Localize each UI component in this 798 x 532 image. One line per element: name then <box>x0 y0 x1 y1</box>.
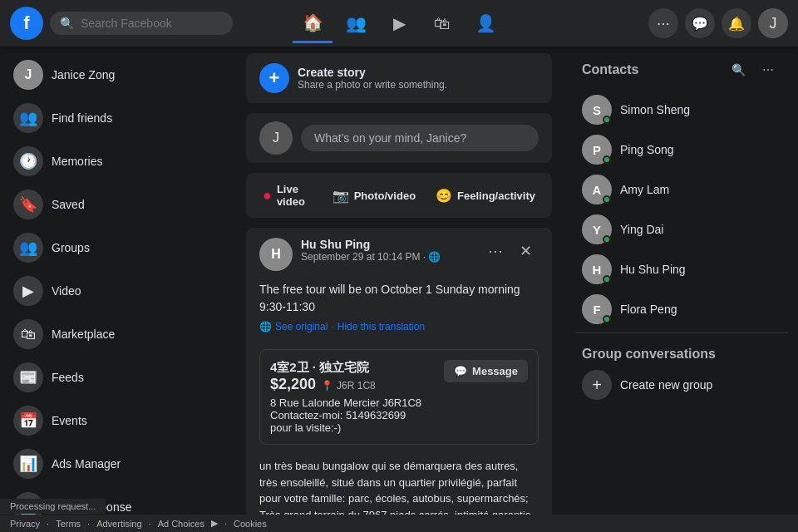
whats-on-mind-bar: J What's on your mind, Janice? <box>246 113 552 163</box>
sidebar-item-memories[interactable]: 🕐 Memories <box>7 140 226 183</box>
online-indicator <box>603 116 611 124</box>
see-original-text[interactable]: See original <box>275 319 328 334</box>
create-story-text: Create story Share a photo or write some… <box>298 66 447 91</box>
photo-video-button[interactable]: 📷 Photo/video <box>323 183 426 209</box>
contact-avatar-hu: H <box>582 254 612 284</box>
create-group-button[interactable]: + Create new group <box>575 365 788 405</box>
contact-ying-dai[interactable]: Y Ying Dai <box>575 209 788 249</box>
see-original-link[interactable]: 🌐 See original · Hide this translation <box>259 319 539 334</box>
contact-amy-lam[interactable]: A Amy Lam <box>575 170 788 209</box>
group-conversations-header: Group conversations <box>575 337 788 365</box>
search-input[interactable] <box>81 17 223 30</box>
sidebar-item-events[interactable]: 📅 Events <box>7 399 226 442</box>
ads-icon: 📊 <box>13 449 43 479</box>
message-label: Message <box>472 365 518 377</box>
sidebar-item-find-friends[interactable]: 👥 Find friends <box>7 96 226 140</box>
nav-profile-button[interactable]: 👤 <box>466 3 505 43</box>
contacts-icons: 🔍 ⋯ <box>725 57 781 83</box>
sidebar-item-groups[interactable]: 👥 Groups <box>7 226 226 269</box>
marketplace-details: 4室2卫 · 独立宅院 $2,200 📍 J6R 1C8 8 Rue Lalon… <box>270 360 421 434</box>
search-box[interactable]: 🔍 <box>50 12 233 35</box>
post-header: H Hu Shu Ping September 29 at 10:14 PM ·… <box>246 228 552 278</box>
processing-status: Processing request... <box>0 499 106 514</box>
message-icon: 💬 <box>454 365 467 377</box>
groups-icon: 👥 <box>13 233 43 263</box>
whats-on-mind-input[interactable]: What's on your mind, Janice? <box>301 125 539 151</box>
contacts-title: Contacts <box>582 62 638 77</box>
memories-icon: 🕐 <box>13 146 43 176</box>
online-indicator <box>603 235 611 244</box>
create-group-icon: + <box>582 370 612 400</box>
profile-nav-icon: 👤 <box>475 13 496 33</box>
grid-icon: ⋯ <box>657 16 670 32</box>
post-action-row: ● Live video 📷 Photo/video 😊 Feeling/act… <box>246 173 552 218</box>
sidebar-item-label: Video <box>52 284 81 298</box>
ad-choices-link[interactable]: Ad Choices <box>158 519 204 529</box>
sidebar-item-marketplace[interactable]: 🛍 Marketplace <box>7 313 226 356</box>
search-icon: 🔍 <box>60 17 74 30</box>
contact-hu-shu-ping[interactable]: H Hu Shu Ping <box>575 249 788 289</box>
terms-link[interactable]: Terms <box>56 519 81 529</box>
nav-friends-button[interactable]: 👥 <box>336 3 376 43</box>
saved-icon: 🔖 <box>13 190 43 219</box>
nav-home-button[interactable]: 🏠 <box>293 3 332 43</box>
sidebar-item-video[interactable]: ▶ Video <box>7 269 226 313</box>
messenger-button[interactable]: 💬 <box>685 8 715 38</box>
marketplace-side-icon: 🛍 <box>13 319 43 349</box>
user-avatar-initial: J <box>770 15 777 32</box>
post-close-button[interactable]: ✕ <box>512 238 539 264</box>
home-icon: 🏠 <box>303 12 323 32</box>
story-plus-icon: + <box>259 63 289 93</box>
advertising-link[interactable]: Advertising <box>96 519 141 529</box>
marketplace-contact2: pour la visite:-) <box>270 421 421 434</box>
sidebar-item-feeds[interactable]: 📰 Feeds <box>7 356 226 399</box>
post-author-info: Hu Shu Ping September 29 at 10:14 PM · 🌐 <box>301 238 441 263</box>
contact-flora-peng[interactable]: F Flora Peng <box>575 289 788 329</box>
watch-icon: ▶ <box>393 13 406 33</box>
create-story-bar[interactable]: + Create story Share a photo or write so… <box>246 53 552 103</box>
user-avatar[interactable]: J <box>758 8 788 38</box>
notifications-button[interactable]: 🔔 <box>722 8 751 38</box>
contact-simon-sheng[interactable]: S Simon Sheng <box>575 90 788 130</box>
sidebar-item-label: Memories <box>52 155 102 168</box>
ad-choices-icon-link[interactable]: ▶ <box>211 518 218 529</box>
author-initial: H <box>271 247 281 262</box>
contacts-search-button[interactable]: 🔍 <box>725 57 751 83</box>
contacts-more-button[interactable]: ⋯ <box>755 57 781 83</box>
contact-name-amy: Amy Lam <box>620 183 669 196</box>
post-author-name[interactable]: Hu Shu Ping <box>301 238 441 251</box>
sidebar-item-label: Groups <box>52 241 90 254</box>
message-button[interactable]: 💬 Message <box>444 360 528 382</box>
contact-avatar-amy: A <box>582 175 612 204</box>
live-video-icon: ● <box>263 187 272 204</box>
cookies-link[interactable]: Cookies <box>234 519 267 529</box>
privacy-link[interactable]: Privacy <box>10 519 40 529</box>
live-video-button[interactable]: ● Live video <box>253 178 323 213</box>
video-icon: ▶ <box>13 276 43 306</box>
post-options-button[interactable]: ⋯ <box>482 238 509 264</box>
feeling-activity-button[interactable]: 😊 Feeling/activity <box>426 183 545 209</box>
grid-button[interactable]: ⋯ <box>648 8 678 38</box>
feeling-label: Feeling/activity <box>457 190 535 202</box>
nav-marketplace-button[interactable]: 🛍 <box>422 3 462 43</box>
post-header-right: ⋯ ✕ <box>482 238 539 264</box>
nav-watch-button[interactable]: ▶ <box>379 3 419 43</box>
contact-ping-song[interactable]: P Ping Song <box>575 130 788 170</box>
sidebar-user-item[interactable]: J Janice Zong <box>7 53 226 96</box>
facebook-logo[interactable]: f <box>10 7 43 40</box>
contact-name-ying: Ying Dai <box>620 223 663 236</box>
processing-text: Processing request... <box>10 501 96 511</box>
news-feed: + Create story Share a photo or write so… <box>233 47 565 532</box>
sidebar-item-label: Events <box>52 414 87 427</box>
hide-translation-link[interactable]: Hide this translation <box>337 319 425 334</box>
sidebar-item-saved[interactable]: 🔖 Saved <box>7 183 226 226</box>
marketplace-location: 📍 J6R 1C8 <box>321 380 376 392</box>
online-indicator <box>603 195 611 204</box>
bell-icon: 🔔 <box>728 16 745 32</box>
sidebar-item-ads-manager[interactable]: 📊 Ads Manager <box>7 442 226 485</box>
friends-icon: 👥 <box>346 13 367 33</box>
online-indicator <box>603 155 611 164</box>
events-icon: 📅 <box>13 406 43 436</box>
marketplace-icon: 🛍 <box>434 14 451 33</box>
create-group-label: Create new group <box>620 378 712 392</box>
